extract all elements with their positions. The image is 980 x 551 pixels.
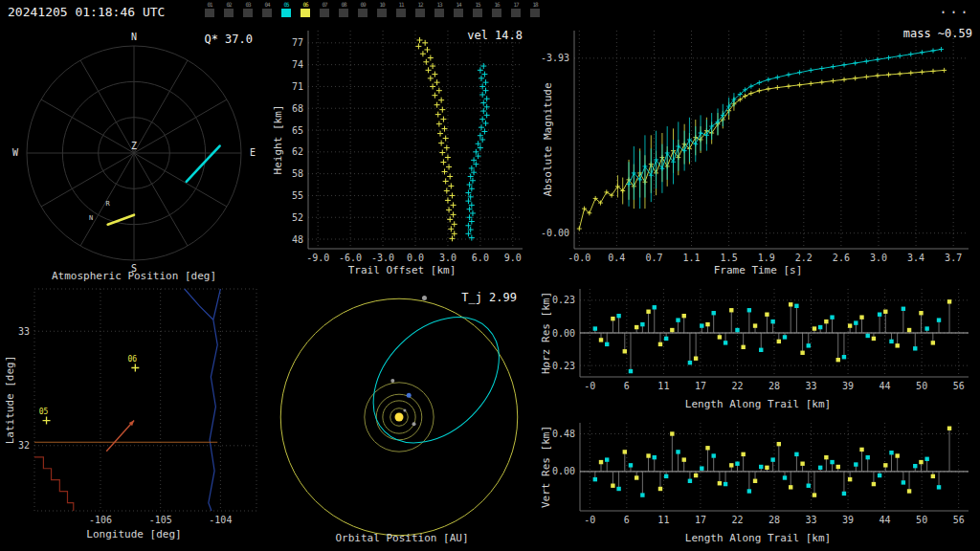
svg-text:17: 17 [695, 381, 706, 391]
station-toggle-02[interactable]: 02 [224, 1, 234, 17]
station-toggle-07[interactable]: 07 [320, 1, 329, 17]
station-toggle-13[interactable]: 13 [434, 1, 444, 17]
station-toggle-03[interactable]: 03 [243, 1, 253, 17]
svg-text:05: 05 [39, 408, 49, 416]
q-star-value: Q* 37.0 [204, 33, 253, 46]
svg-text:52: 52 [292, 212, 303, 223]
station-box-16[interactable] [492, 9, 501, 17]
station-toggle-08[interactable]: 08 [339, 1, 348, 17]
svg-text:6: 6 [624, 381, 630, 391]
svg-text:28: 28 [768, 515, 780, 525]
station-box-13[interactable] [434, 9, 444, 17]
station-box-10[interactable] [377, 9, 387, 17]
station-toggle-18[interactable]: 18 [530, 1, 540, 17]
svg-text:06: 06 [128, 355, 138, 364]
svg-text:68: 68 [292, 103, 303, 114]
station-toggle-10[interactable]: 10 [377, 1, 387, 17]
station-toggle-16[interactable]: 16 [492, 1, 501, 17]
svg-text:-3.0: -3.0 [371, 253, 394, 263]
svg-text:3.0: 3.0 [439, 253, 457, 263]
svg-text:-105: -105 [149, 515, 172, 525]
svg-text:3.0: 3.0 [870, 253, 887, 263]
svg-text:2.6: 2.6 [833, 253, 850, 263]
station-box-15[interactable] [473, 9, 482, 17]
svg-text:56: 56 [953, 381, 965, 391]
svg-text:22: 22 [731, 515, 743, 525]
svg-text:1.5: 1.5 [721, 253, 738, 263]
latitude-axis-label: Latitude [deg] [4, 356, 16, 445]
station-toggle-12[interactable]: 12 [415, 1, 425, 17]
panel-height-vs-trail-offset: -9.0-6.0-3.00.03.06.09.07774716865625855… [268, 23, 536, 283]
svg-text:0.7: 0.7 [645, 253, 662, 263]
station-toggle-15[interactable]: 15 [473, 1, 482, 17]
station-box-05[interactable] [281, 9, 291, 17]
station-box-12[interactable] [415, 9, 425, 17]
station-box-01[interactable] [205, 9, 214, 17]
vertical-residuals-chart: -061117222833394450560.480.00 [536, 417, 980, 551]
horz-res-axis-label: Horz Res [km] [540, 292, 552, 374]
station-toggle-17[interactable]: 17 [511, 1, 521, 17]
station-box-06[interactable] [301, 9, 310, 17]
station-toggle-14[interactable]: 14 [454, 1, 463, 17]
svg-text:N: N [89, 214, 93, 222]
trail-offset-axis-label: Trail Offset [km] [268, 264, 536, 276]
velocity-value: vel 14.8 [467, 29, 523, 42]
top-bar: 20241205 01:18:46 UTC 010203040506070809… [0, 0, 980, 23]
svg-text:0.48: 0.48 [552, 429, 575, 439]
ground-track-map-chart: -106-105-10433320605 [0, 283, 268, 551]
svg-text:74: 74 [292, 59, 303, 70]
station-box-07[interactable] [320, 9, 329, 17]
station-toggle-05[interactable]: 05 [281, 1, 291, 17]
svg-text:E: E [250, 147, 256, 158]
svg-text:0.00: 0.00 [552, 466, 575, 476]
station-box-11[interactable] [396, 9, 406, 17]
svg-text:0.23: 0.23 [552, 295, 575, 305]
svg-text:33: 33 [806, 515, 817, 525]
svg-text:44: 44 [880, 381, 891, 391]
svg-text:1.1: 1.1 [683, 253, 701, 263]
svg-text:11: 11 [657, 381, 669, 391]
station-toggle-06[interactable]: 06 [301, 1, 310, 17]
svg-text:-106: -106 [89, 515, 112, 525]
station-box-17[interactable] [511, 9, 521, 17]
svg-text:44: 44 [880, 515, 891, 525]
station-toggle-09[interactable]: 09 [358, 1, 368, 17]
svg-text:6: 6 [624, 515, 630, 525]
length-along-trail-axis-label: Length Along Trail [km] [536, 398, 980, 410]
station-toggle-01[interactable]: 01 [205, 1, 214, 17]
svg-text:33: 33 [18, 326, 30, 337]
station-box-02[interactable] [224, 9, 234, 17]
station-box-04[interactable] [262, 9, 272, 17]
svg-text:50: 50 [916, 381, 927, 391]
svg-text:0.00: 0.00 [552, 328, 575, 339]
svg-text:32: 32 [18, 440, 30, 451]
svg-text:71: 71 [292, 81, 303, 92]
svg-text:2.2: 2.2 [795, 253, 813, 263]
station-box-18[interactable] [530, 9, 540, 17]
station-box-14[interactable] [454, 9, 463, 17]
svg-text:0.0: 0.0 [407, 253, 424, 263]
orbital-position-title: Orbital Position [AU] [268, 532, 536, 544]
atmospheric-position-title: Atmospheric Position [deg] [0, 270, 268, 282]
svg-text:-0: -0 [584, 515, 595, 525]
svg-text:22: 22 [731, 381, 743, 391]
horizontal-residuals-chart: -061117222833394450560.230.00-0.23 [536, 283, 980, 417]
svg-text:55: 55 [292, 190, 303, 201]
magnitude-axis-label: Absolute Magnitude [542, 82, 554, 196]
svg-text:-6.0: -6.0 [339, 253, 362, 263]
station-toggle-04[interactable]: 04 [262, 1, 272, 17]
svg-text:3.4: 3.4 [907, 253, 924, 263]
panel-lightcurve: -0.00.40.71.11.51.92.22.63.03.43.7-3.93-… [536, 23, 980, 283]
svg-text:28: 28 [768, 381, 780, 391]
mass-value: mass ~0.59 [903, 27, 972, 40]
overflow-menu-icon[interactable]: ... [939, 0, 970, 17]
station-box-09[interactable] [358, 9, 368, 17]
station-selector: 010203040506070809101112131415161718 [205, 1, 540, 17]
svg-text:17: 17 [695, 515, 706, 525]
meteor-analysis-dashboard: { "header": { "timestamp": "20241205 01:… [0, 0, 980, 551]
station-toggle-11[interactable]: 11 [396, 1, 406, 17]
trail-offset-chart: -9.0-6.0-3.00.03.06.09.07774716865625855… [268, 23, 536, 283]
station-box-03[interactable] [243, 9, 253, 17]
station-box-08[interactable] [339, 9, 348, 17]
svg-text:6.0: 6.0 [472, 253, 489, 263]
